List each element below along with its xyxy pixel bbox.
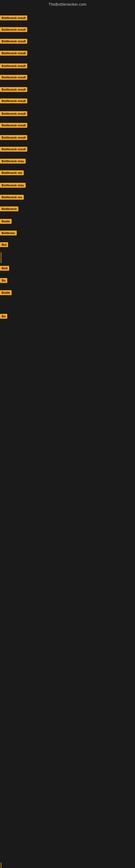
bottleneck-result-badge[interactable]: Bottleneck resu [0,159,26,163]
bottleneck-result-badge[interactable]: Bottleneck result [0,16,27,20]
bottleneck-badge-container: Bottleneck resu [0,159,26,165]
bottleneck-result-badge[interactable]: Bottleneck result [0,135,27,140]
bottleneck-result-badge[interactable]: Bottleneck result [0,51,27,56]
bottleneck-result-badge[interactable]: Bott [0,266,9,271]
bottleneck-result-badge[interactable]: Bottleneck result [0,98,27,103]
bottleneck-result-badge[interactable]: Bot [0,242,8,247]
bottleneck-result-badge[interactable]: Bottleneck result [0,111,27,116]
site-title: TheBottlenecker.com [0,0,135,9]
bottleneck-badge-container: Bottleneck result [0,135,27,141]
bottleneck-badge-container: Bottleneck result [0,123,27,129]
bottleneck-result-badge[interactable]: Bo [0,278,7,283]
bottleneck-badge-container: Bottleneck res [0,170,24,176]
bottleneck-badge-container: Bottleneck [0,207,18,212]
bottleneck-badge-container: Bottleneck resu [0,183,26,189]
bottleneck-badge-container: Bot [0,242,8,248]
bottleneck-badge-container: Bottleneck result [0,87,27,93]
bottleneck-badge-container: Bottleneck result [0,39,27,45]
bottleneck-badge-container: Bottle [0,290,12,296]
bottleneck-result-badge[interactable]: Bottleneck result [0,147,27,152]
bottleneck-badge-container: Bottlenec [0,230,17,237]
bottleneck-badge-container: Bottleneck result [0,111,27,117]
bottleneck-badge-container: Bottleneck result [0,27,27,33]
bottleneck-badge-container: Bottleneck result [0,75,27,81]
bottleneck-result-badge[interactable]: Bottleneck [0,207,18,211]
bottleneck-badge-container: Bottleneck result [0,98,27,104]
bottleneck-result-badge[interactable]: Bottleneck resu [0,183,26,188]
bottleneck-badge-container: Bottleneck result [0,147,27,153]
vertical-indicator-line [1,252,1,263]
bottleneck-result-badge[interactable]: Bottle [0,219,12,224]
bottleneck-badge-container: Bo [0,314,7,320]
bottleneck-badge-container: Bottleneck result [0,51,27,57]
bottleneck-badge-container: Bottle [0,219,12,225]
bottleneck-badge-container: Bottleneck result [0,63,27,69]
bottleneck-result-badge[interactable]: Bottle [0,290,12,295]
bottleneck-result-badge[interactable]: Bottleneck result [0,27,27,32]
bottleneck-result-badge[interactable]: Bottleneck result [0,123,27,128]
bottleneck-result-badge[interactable]: Bottleneck res [0,170,24,175]
bottleneck-result-badge[interactable]: Bottleneck result [0,39,27,44]
vertical-indicator-line [1,863,1,868]
bottleneck-result-badge[interactable]: Bottleneck result [0,75,27,80]
bottleneck-result-badge[interactable]: Bottleneck result [0,63,27,68]
bottleneck-badge-container: Bo [0,278,7,284]
bottleneck-badge-container: Bott [0,266,9,272]
bottleneck-result-badge[interactable]: Bottleneck result [0,87,27,92]
bottleneck-badge-container: Bottleneck result [0,16,27,22]
bottleneck-result-badge[interactable]: Bo [0,314,7,319]
bottleneck-result-badge[interactable]: Bottleneck res [0,195,24,199]
bottleneck-badge-container: Bottleneck res [0,195,24,201]
bottleneck-result-badge[interactable]: Bottlenec [0,230,17,236]
